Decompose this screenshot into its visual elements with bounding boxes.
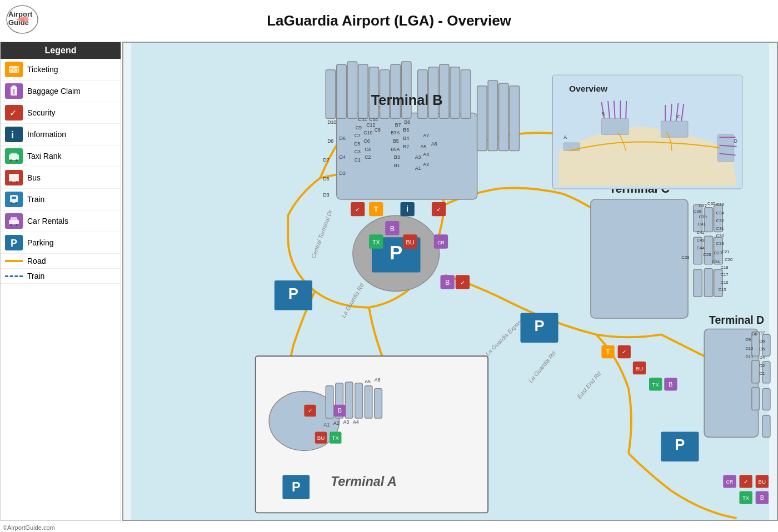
svg-rect-88 bbox=[345, 382, 353, 418]
svg-text:CR: CR bbox=[726, 479, 734, 485]
legend-item-security: ✓ Security bbox=[1, 102, 121, 124]
legend-item-trainline: Train bbox=[1, 269, 121, 284]
svg-text:C42: C42 bbox=[697, 230, 705, 235]
svg-text:C11: C11 bbox=[358, 117, 367, 122]
svg-text:✓: ✓ bbox=[622, 349, 626, 355]
svg-text:A2: A2 bbox=[333, 420, 340, 426]
svg-text:B4: B4 bbox=[403, 135, 409, 141]
svg-text:TX: TX bbox=[372, 239, 380, 245]
svg-text:T: T bbox=[606, 348, 610, 355]
svg-text:TX: TX bbox=[742, 495, 750, 501]
svg-text:B1: B1 bbox=[394, 163, 400, 168]
svg-rect-104 bbox=[694, 270, 702, 297]
svg-text:A2: A2 bbox=[423, 162, 429, 167]
copyright: ©AirportGuide.com bbox=[3, 524, 55, 531]
svg-text:B6: B6 bbox=[403, 128, 409, 133]
baggage-icon bbox=[5, 83, 23, 99]
terminal-a-label: Terminal A bbox=[331, 474, 397, 489]
svg-text:TX: TX bbox=[652, 382, 659, 388]
information-icon: i bbox=[5, 127, 23, 142]
svg-rect-15 bbox=[11, 153, 17, 155]
svg-text:A3: A3 bbox=[415, 154, 421, 160]
legend-item-carrental: Car Rentals bbox=[1, 210, 121, 232]
svg-text:A1: A1 bbox=[415, 165, 421, 171]
terminal-c-building bbox=[591, 199, 688, 318]
svg-text:C28: C28 bbox=[681, 255, 689, 260]
svg-rect-135 bbox=[762, 389, 770, 410]
svg-text:C36: C36 bbox=[716, 202, 724, 207]
svg-rect-137 bbox=[762, 415, 770, 437]
page-header: LaGuardia Airport (LGA) - Overview bbox=[0, 0, 778, 42]
svg-text:D6: D6 bbox=[340, 135, 346, 141]
legend-item-baggage: Baggage Claim bbox=[1, 81, 121, 102]
svg-text:C43: C43 bbox=[697, 238, 705, 243]
svg-rect-31 bbox=[326, 70, 336, 119]
parking-left-label: P bbox=[288, 285, 298, 302]
svg-text:C18: C18 bbox=[720, 265, 728, 270]
svg-text:C14: C14 bbox=[369, 117, 378, 122]
svg-rect-47 bbox=[510, 86, 520, 151]
svg-text:A4: A4 bbox=[423, 152, 429, 157]
svg-text:B: B bbox=[390, 225, 395, 233]
svg-text:C5: C5 bbox=[354, 141, 360, 147]
svg-point-21 bbox=[16, 181, 18, 183]
svg-text:C26: C26 bbox=[703, 252, 711, 257]
svg-text:D1: D1 bbox=[759, 371, 765, 376]
svg-text:i: i bbox=[406, 204, 408, 213]
svg-text:D4: D4 bbox=[759, 355, 765, 360]
airport-map: Terminal B D10 D8 D7 D5 D3 D6 D4 D2 C11 … bbox=[123, 43, 777, 520]
svg-point-17 bbox=[16, 159, 18, 162]
svg-rect-86 bbox=[326, 386, 333, 418]
svg-rect-42 bbox=[450, 67, 460, 118]
svg-rect-33 bbox=[347, 62, 357, 118]
security-icon: ✓ bbox=[5, 105, 23, 121]
svg-text:C35: C35 bbox=[707, 201, 715, 206]
svg-text:C: C bbox=[677, 114, 681, 119]
svg-text:C15: C15 bbox=[719, 287, 726, 292]
overview-label: Overview bbox=[569, 84, 608, 93]
svg-rect-44 bbox=[477, 86, 487, 151]
parking-a-label: P bbox=[292, 480, 301, 494]
svg-text:C4: C4 bbox=[365, 147, 371, 152]
carrental-label: Car Rentals bbox=[27, 217, 68, 225]
train-icon bbox=[5, 192, 23, 207]
svg-text:A4: A4 bbox=[353, 419, 359, 425]
svg-text:T: T bbox=[374, 205, 379, 213]
svg-text:C9: C9 bbox=[356, 125, 362, 131]
svg-text:D2: D2 bbox=[759, 363, 765, 368]
svg-text:A: A bbox=[563, 134, 567, 140]
svg-text:C8: C8 bbox=[375, 128, 381, 133]
parking-center-label: P bbox=[390, 242, 402, 263]
svg-text:BU: BU bbox=[636, 365, 644, 372]
svg-rect-89 bbox=[355, 383, 363, 418]
copyright-text: ©AirportGuide.com bbox=[3, 524, 55, 531]
parking-br-label: P bbox=[675, 436, 685, 454]
svg-text:D10: D10 bbox=[745, 346, 754, 351]
svg-text:C3: C3 bbox=[355, 149, 361, 154]
svg-rect-90 bbox=[365, 386, 372, 418]
svg-rect-180 bbox=[601, 118, 629, 134]
svg-text:C44: C44 bbox=[697, 245, 705, 250]
svg-text:C10: C10 bbox=[363, 130, 372, 135]
road-label: Road bbox=[27, 257, 46, 265]
svg-rect-46 bbox=[499, 83, 509, 151]
svg-text:A6: A6 bbox=[375, 377, 381, 383]
svg-rect-45 bbox=[488, 81, 498, 150]
svg-point-24 bbox=[11, 202, 13, 204]
map-container: Terminal B D10 D8 D7 D5 D3 D6 D4 D2 C11 … bbox=[122, 42, 778, 521]
legend-item-information: i Information bbox=[1, 124, 121, 145]
svg-point-25 bbox=[15, 202, 17, 204]
svg-text:C21: C21 bbox=[721, 249, 729, 254]
svg-text:C31: C31 bbox=[716, 226, 724, 231]
road-line-icon bbox=[5, 260, 23, 262]
svg-rect-182 bbox=[661, 121, 688, 137]
svg-text:TX: TX bbox=[332, 435, 340, 441]
svg-text:D10: D10 bbox=[327, 119, 336, 125]
svg-text:C30: C30 bbox=[716, 233, 725, 238]
svg-text:C6: C6 bbox=[363, 138, 370, 144]
ticketing-label: Ticketing bbox=[27, 65, 58, 74]
bus-icon bbox=[5, 170, 23, 185]
svg-text:B: B bbox=[445, 279, 450, 287]
svg-rect-34 bbox=[358, 64, 368, 118]
svg-text:B5: B5 bbox=[393, 138, 399, 144]
